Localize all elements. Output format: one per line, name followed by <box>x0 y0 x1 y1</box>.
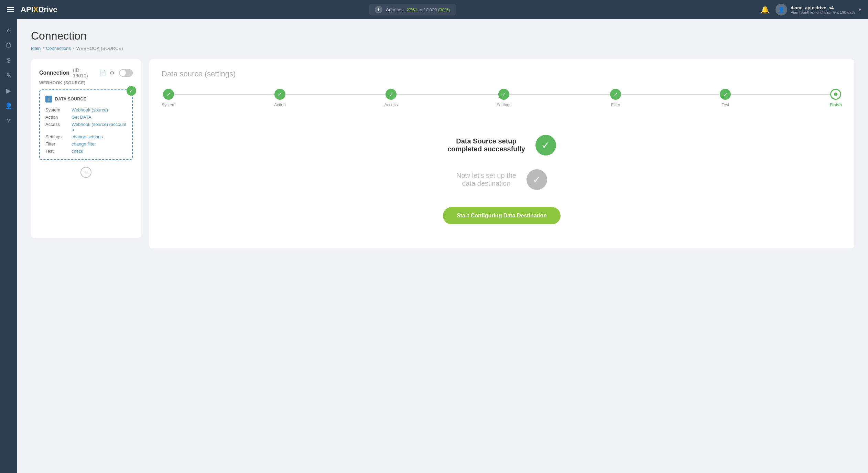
sidebar-item-tools[interactable]: ✎ <box>2 69 15 82</box>
step-label-test: Test <box>721 103 729 107</box>
actions-label: Actions: <box>386 7 403 12</box>
ds-label: DATA SOURCE <box>55 97 86 101</box>
toggle-switch[interactable] <box>119 69 133 77</box>
breadcrumb-current: WEBHOOK (SOURCE) <box>76 46 123 51</box>
header: APIXDrive i Actions: 2'951 of 10'000 (30… <box>0 0 868 19</box>
sidebar-item-user[interactable]: 👤 <box>2 100 15 112</box>
actions-badge[interactable]: i Actions: 2'951 of 10'000 (30%) <box>369 4 456 15</box>
connection-title: Connection <box>39 70 69 76</box>
step-circle-access: ✓ <box>386 89 397 100</box>
ds-row-key-filter: Filter <box>45 141 69 147</box>
breadcrumb-connections[interactable]: Connections <box>46 46 71 51</box>
sidebar-item-help[interactable]: ? <box>2 115 15 127</box>
step-circle-settings: ✓ <box>498 89 509 100</box>
avatar: 👤 <box>775 4 787 15</box>
step-label-access: Access <box>384 103 398 107</box>
step-label-system: System <box>162 103 175 107</box>
user-info: demo_apix-drive_s4 Plan |Start| left unt… <box>791 5 855 14</box>
bell-icon[interactable]: 🔔 <box>761 6 769 14</box>
step-circle-filter: ✓ <box>610 89 621 100</box>
step-circle-system: ✓ <box>163 89 174 100</box>
ds-row-val-test[interactable]: check <box>72 149 83 154</box>
success-check-grey: ✓ <box>527 169 547 190</box>
success-row-1: Data Source setupcompleted successfully … <box>447 135 556 155</box>
right-card: Data source (settings) ✓ System ✓ Action… <box>149 59 854 248</box>
sidebar-item-connections[interactable]: ⬡ <box>2 39 15 52</box>
ds-row-settings: Settings change settings <box>45 134 127 139</box>
doc-icon[interactable]: 📄 <box>100 70 106 76</box>
ds-row-action: Action Get DATA <box>45 115 127 120</box>
ds-row-key-access: Access <box>45 122 69 132</box>
ds-row-key-system: System <box>45 107 69 112</box>
actions-total: 10'000 <box>424 7 437 12</box>
ds-row-access: Access Webhook (source) (account a <box>45 122 127 132</box>
step-label-action: Action <box>274 103 285 107</box>
left-card: Connection (ID: 19010) 📄 ⚙ WEBHOOK (SOUR… <box>31 59 141 238</box>
gear-icon[interactable]: ⚙ <box>110 70 114 76</box>
app-body: ⌂ ⬡ $ ✎ ▶ 👤 ? Connection Main / Connecti… <box>0 19 868 473</box>
step-settings: ✓ Settings <box>497 89 511 107</box>
sidebar-item-home[interactable]: ⌂ <box>2 24 15 36</box>
chevron-down-icon: ▾ <box>859 7 861 12</box>
success-area: Data Source setupcompleted successfully … <box>162 128 842 238</box>
breadcrumb-sep-1: / <box>43 46 44 51</box>
success-check-green: ✓ <box>535 135 556 155</box>
page-title: Connection <box>31 30 854 42</box>
step-circle-action: ✓ <box>274 89 285 100</box>
actions-text: Actions: 2'951 of 10'000 (30%) <box>386 7 450 13</box>
ds-row-system: System Webhook (source) <box>45 107 127 112</box>
destination-text: Now let's set up thedata destination <box>456 172 516 187</box>
toggle-track[interactable] <box>119 69 133 77</box>
add-block-button[interactable]: + <box>80 167 91 178</box>
actions-percent: (30%) <box>438 7 450 12</box>
sidebar-item-billing[interactable]: $ <box>2 54 15 67</box>
actions-used: 2'951 <box>406 7 417 12</box>
ds-row-val-system[interactable]: Webhook (source) <box>72 107 108 112</box>
breadcrumb: Main / Connections / WEBHOOK (SOURCE) <box>31 46 854 51</box>
step-system: ✓ System <box>162 89 175 107</box>
step-circle-test: ✓ <box>720 89 731 100</box>
breadcrumb-sep-2: / <box>73 46 74 51</box>
step-action: ✓ Action <box>274 89 285 107</box>
sidebar-item-video[interactable]: ▶ <box>2 85 15 97</box>
ds-row-val-action[interactable]: Get DATA <box>72 115 91 120</box>
ds-row-test: Test check <box>45 149 127 154</box>
step-label-settings: Settings <box>497 103 511 107</box>
ds-row-filter: Filter change filter <box>45 141 127 147</box>
ds-settings-main: Data source <box>162 69 203 78</box>
webhook-label: WEBHOOK (SOURCE) <box>39 80 133 85</box>
logo-x: X <box>33 5 39 14</box>
ds-row-key-test: Test <box>45 149 69 154</box>
user-name: demo_apix-drive_s4 <box>791 5 855 10</box>
actions-of: of <box>419 7 423 12</box>
info-icon: i <box>375 6 382 13</box>
success-row-2: Now let's set up thedata destination ✓ <box>456 169 547 190</box>
step-finish: Finish <box>830 89 842 107</box>
data-source-box: ✓ 1 DATA SOURCE System Webhook (source) … <box>39 89 133 160</box>
header-center: i Actions: 2'951 of 10'000 (30%) <box>64 4 761 15</box>
ds-row-key-settings: Settings <box>45 134 69 139</box>
ds-header: 1 DATA SOURCE <box>45 96 127 103</box>
ds-row-val-settings[interactable]: change settings <box>72 134 103 139</box>
actions-count: 2'951 of 10'000 (30%) <box>406 7 450 12</box>
ds-check-badge: ✓ <box>127 86 136 96</box>
start-configuring-button[interactable]: Start Configuring Data Destination <box>443 207 561 224</box>
step-label-filter: Filter <box>611 103 620 107</box>
header-right: 🔔 👤 demo_apix-drive_s4 Plan |Start| left… <box>761 4 861 15</box>
success-text: Data Source setupcompleted successfully <box>447 137 525 153</box>
user-area[interactable]: 👤 demo_apix-drive_s4 Plan |Start| left u… <box>775 4 861 15</box>
steps-row: ✓ System ✓ Action ✓ Access ✓ Settings <box>162 89 842 107</box>
step-access: ✓ Access <box>384 89 398 107</box>
hamburger-button[interactable] <box>7 7 14 12</box>
breadcrumb-main[interactable]: Main <box>31 46 41 51</box>
step-label-finish: Finish <box>830 103 842 107</box>
ds-row-val-access[interactable]: Webhook (source) (account a <box>72 122 127 132</box>
step-test: ✓ Test <box>720 89 731 107</box>
ds-row-val-filter[interactable]: change filter <box>72 141 96 147</box>
ds-settings-sub-text: (settings) <box>205 69 236 78</box>
step-filter: ✓ Filter <box>610 89 621 107</box>
step-circle-finish <box>830 89 841 100</box>
logo: APIXDrive <box>21 5 57 14</box>
main-content: Connection Main / Connections / WEBHOOK … <box>17 19 868 473</box>
user-plan: Plan |Start| left until payment 198 days <box>791 10 855 14</box>
